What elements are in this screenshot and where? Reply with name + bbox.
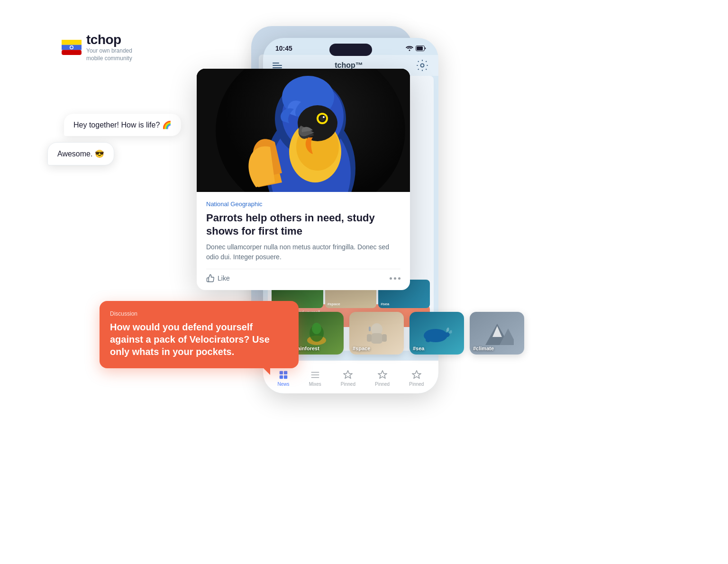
nav-label-pinned2: Pinned bbox=[375, 382, 390, 387]
like-label: Like bbox=[218, 274, 230, 282]
nav-label-pinned1: Pinned bbox=[341, 382, 355, 387]
article-body: National Geographic Parrots help others … bbox=[197, 192, 410, 290]
svg-rect-37 bbox=[367, 334, 372, 342]
pinned2-nav-icon bbox=[377, 370, 388, 380]
chat-bubble-2-text: Awesome. 😎 bbox=[57, 150, 104, 158]
rainforest-icon bbox=[300, 319, 333, 347]
svg-rect-13 bbox=[284, 375, 287, 378]
status-time: 10:45 bbox=[275, 45, 292, 52]
nav-label-mixes: Mixes bbox=[309, 382, 321, 387]
article-image bbox=[197, 69, 410, 192]
hashtag-cards-row: #rainforest #space #se bbox=[289, 312, 524, 355]
svg-rect-12 bbox=[280, 375, 283, 378]
svg-rect-38 bbox=[382, 334, 387, 342]
chat-bubble-1: Hey together! How is life? 🌈 bbox=[64, 114, 181, 136]
space-icon bbox=[360, 319, 393, 347]
chat-bubble-2: Awesome. 😎 bbox=[47, 142, 114, 165]
svg-point-5 bbox=[71, 46, 73, 48]
parrot-svg bbox=[197, 69, 410, 192]
svg-point-6 bbox=[409, 50, 410, 51]
like-icon bbox=[206, 274, 215, 282]
article-title: Parrots help others in need, study shows… bbox=[206, 211, 400, 237]
sea-icon bbox=[420, 319, 454, 347]
nav-item-pinned1[interactable]: Pinned bbox=[341, 370, 355, 387]
status-icons bbox=[406, 45, 426, 51]
logo-flag-icon bbox=[62, 40, 82, 55]
svg-rect-39 bbox=[369, 327, 371, 331]
nav-item-pinned3[interactable]: Pinned bbox=[409, 370, 424, 387]
logo-name: tchop bbox=[86, 32, 148, 47]
svg-rect-36 bbox=[371, 333, 383, 344]
hashtag-sea-label: #sea bbox=[413, 346, 424, 351]
nav-label-pinned3: Pinned bbox=[409, 382, 424, 387]
discussion-card: Discussion How would you defend yourself… bbox=[100, 301, 299, 368]
news-nav-icon bbox=[278, 370, 289, 380]
article-description: Donec ullamcorper nulla non metus auctor… bbox=[206, 242, 400, 262]
svg-rect-11 bbox=[284, 371, 287, 374]
tile-sea-label: #sea bbox=[381, 302, 389, 306]
battery-icon bbox=[416, 45, 426, 51]
discussion-label: Discussion bbox=[110, 310, 288, 317]
hashtag-card-sea[interactable]: #sea bbox=[410, 312, 464, 355]
nav-item-news[interactable]: News bbox=[278, 370, 290, 387]
pinned1-nav-icon bbox=[343, 370, 353, 380]
article-card: National Geographic Parrots help others … bbox=[197, 69, 410, 290]
logo: tchop Your own branded mobile community bbox=[62, 32, 148, 62]
svg-rect-10 bbox=[280, 371, 283, 374]
nav-label-news: News bbox=[278, 382, 290, 387]
hashtag-card-climate[interactable]: #climate bbox=[470, 312, 524, 355]
svg-rect-1 bbox=[62, 40, 82, 45]
hashtag-climate-label: #climate bbox=[473, 346, 494, 351]
article-actions: Like bbox=[206, 269, 400, 282]
tile-space-label: #space bbox=[328, 302, 340, 306]
svg-rect-3 bbox=[62, 50, 82, 55]
nav-item-pinned2[interactable]: Pinned bbox=[375, 370, 390, 387]
svg-rect-8 bbox=[417, 46, 423, 50]
more-options-button[interactable] bbox=[390, 277, 400, 280]
discussion-title: How would you defend yourself against a … bbox=[110, 321, 288, 358]
climate-icon bbox=[481, 319, 514, 347]
svg-point-31 bbox=[323, 116, 325, 118]
chat-bubble-1-text: Hey together! How is life? 🌈 bbox=[73, 121, 172, 129]
hamburger-menu-icon[interactable] bbox=[273, 63, 282, 68]
article-source: National Geographic bbox=[206, 200, 400, 208]
pinned3-nav-icon bbox=[411, 370, 422, 380]
like-button[interactable]: Like bbox=[206, 274, 230, 282]
logo-tagline: Your own branded mobile community bbox=[86, 47, 148, 62]
svg-point-34 bbox=[312, 323, 321, 334]
nav-item-mixes[interactable]: Mixes bbox=[309, 370, 321, 387]
settings-icon[interactable] bbox=[416, 59, 429, 72]
hashtag-card-space[interactable]: #space bbox=[349, 312, 404, 355]
hashtag-space-label: #space bbox=[353, 346, 370, 351]
dynamic-island bbox=[329, 44, 372, 56]
wifi-icon bbox=[406, 45, 413, 51]
mixes-nav-icon bbox=[310, 370, 320, 380]
svg-point-9 bbox=[420, 64, 424, 67]
